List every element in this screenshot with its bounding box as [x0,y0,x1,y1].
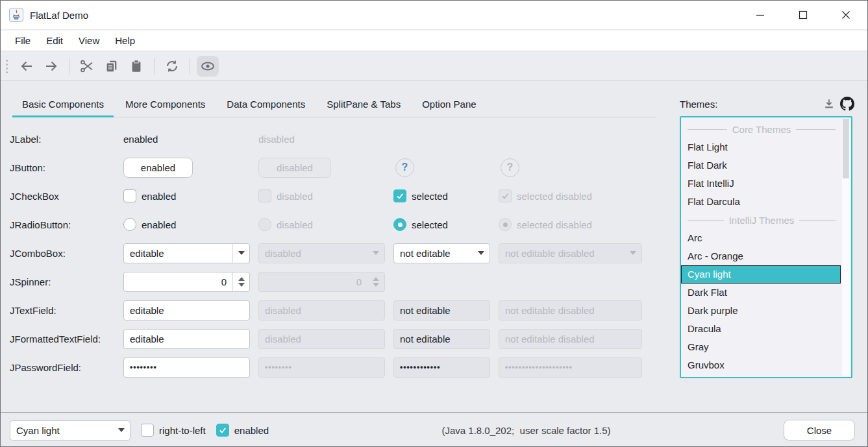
theme-item-flat-dark[interactable]: Flat Dark [681,156,841,175]
toolbar-separator [154,58,155,75]
row-label: JCheckBox [1,191,123,202]
formatted-textfield-editable[interactable] [123,329,250,349]
back-button[interactable] [16,56,38,77]
themes-header: Themes: [680,94,856,114]
checkbox-enabled[interactable]: enabled [123,189,176,202]
theme-item-dracula[interactable]: Dracula [681,320,841,338]
jformattedtextfield-row: JFormattedTextField: disabled not editab… [1,324,642,353]
help-button-disabled: ? [501,158,519,177]
close-button[interactable]: Close [784,420,855,441]
checkbox-icon [141,424,154,437]
combo-arrow-button [625,244,641,263]
combobox-editable[interactable]: editable [123,243,250,263]
scrollbar-thumb[interactable] [843,119,849,178]
toolbar-separator [69,58,69,75]
textfield-editable[interactable] [123,300,250,320]
radio-selected-disabled: selected disabled [499,218,592,231]
theme-item-dark-flat[interactable]: Dark Flat [681,284,841,302]
spinner-buttons[interactable] [232,272,249,291]
radio-selected-icon [393,218,406,231]
theme-item-cyan-light[interactable]: Cyan light [681,265,841,284]
passwordfield-disabled: •••••••• [258,357,385,378]
tab-splitpane-tabs[interactable]: SplitPane & Tabs [317,91,410,117]
chevron-down-icon [238,251,245,255]
theme-item-dark-purple[interactable]: Dark purple [681,302,841,320]
spinner-buttons [367,272,384,291]
themes-scrollbar[interactable] [842,119,850,376]
radio-icon [258,218,271,231]
github-link-button[interactable] [838,95,856,113]
row-label: JRadioButton: [1,219,123,230]
app-window: FlatLaf Demo File Edit View Help [0,0,868,447]
theme-item-arc-orange[interactable]: Arc - Orange [681,247,841,265]
combo-arrow-button[interactable] [473,244,490,263]
spinner-up-icon [238,277,245,281]
button-enabled[interactable]: enabled [123,158,193,178]
menu-help[interactable]: Help [107,30,143,51]
row-label: JSpinner: [1,276,123,287]
passwordfield-editable[interactable] [123,357,250,378]
scissors-icon [79,58,95,74]
jbutton-row: JButton: enabled disabled ? ? [1,153,642,182]
spinner-up-icon [373,277,379,281]
forward-button[interactable] [40,56,62,77]
right-to-left-checkbox[interactable]: right-to-left [141,424,206,437]
tab-basic-components[interactable]: Basic Components [12,91,114,117]
show-toggle-button[interactable] [197,56,219,77]
download-theme-button[interactable] [820,95,838,113]
theme-item-gray[interactable]: Gray [681,338,841,356]
theme-item-gruvbox[interactable]: Gruvbox [681,356,841,374]
menu-file[interactable]: File [7,30,38,51]
refresh-button[interactable] [161,56,183,77]
paste-button[interactable] [125,56,147,77]
button-disabled: disabled [258,158,331,178]
toolbar-grip[interactable] [6,60,8,73]
window-title: FlatLaf Demo [30,10,88,21]
tab-option-pane[interactable]: Option Pane [412,91,486,117]
menu-bar: File Edit View Help [1,30,867,51]
spinner-down-icon [373,283,379,287]
combo-arrow-button [367,244,384,263]
jradiobutton-row: JRadioButton: enabled disabled selected [1,210,642,239]
radio-enabled[interactable]: enabled [123,218,176,231]
row-label: JButton: [1,162,123,173]
chevron-down-icon [373,251,379,255]
chevron-down-icon [478,251,484,255]
row-label: JComboBox: [1,248,123,259]
minimize-button[interactable] [739,1,782,29]
menu-view[interactable]: View [71,30,107,51]
formatted-textfield-disabled: disabled [258,329,385,349]
radio-selected[interactable]: selected [393,218,448,231]
close-window-button[interactable] [825,1,867,29]
checkbox-selected[interactable]: selected [393,189,448,202]
theme-group-intellij: IntelliJ Themes [681,211,841,229]
checkbox-disabled: disabled [258,189,313,202]
maximize-button[interactable] [782,1,825,29]
theme-item-flat-darcula[interactable]: Flat Darcula [681,193,841,211]
formatted-textfield-not-editable: not editable [393,329,490,349]
refresh-icon [164,58,180,74]
theme-select-combobox[interactable]: Cyan light [10,420,130,441]
jspinner-row: JSpinner: 0 0 [1,267,642,296]
passwordfield-not-editable: •••••••••••• [393,357,490,378]
combo-arrow-button[interactable] [113,421,130,440]
combobox-not-editable[interactable]: not editable [393,243,490,263]
enabled-checkbox[interactable]: enabled [216,424,269,437]
jtextfield-row: JTextField: disabled not editable not ed… [1,296,642,324]
help-button[interactable]: ? [395,158,414,177]
jlabel-row: JLabel: enabled disabled [1,125,642,153]
combo-arrow-button[interactable] [232,244,249,263]
spinner-enabled[interactable]: 0 [123,272,250,292]
chevron-down-icon [118,428,125,432]
back-arrow-icon [19,58,34,74]
copy-button[interactable] [101,56,123,77]
eye-icon [200,58,216,74]
cut-button[interactable] [76,56,98,77]
tab-more-components[interactable]: More Components [116,91,215,117]
tab-data-components[interactable]: Data Components [217,91,315,117]
theme-item-flat-intellij[interactable]: Flat IntelliJ [681,175,841,193]
theme-item-flat-light[interactable]: Flat Light [681,138,841,156]
menu-edit[interactable]: Edit [38,30,71,51]
theme-item-arc[interactable]: Arc [681,229,841,247]
basic-components-panel: JLabel: enabled disabled JButton: enable… [1,125,642,381]
